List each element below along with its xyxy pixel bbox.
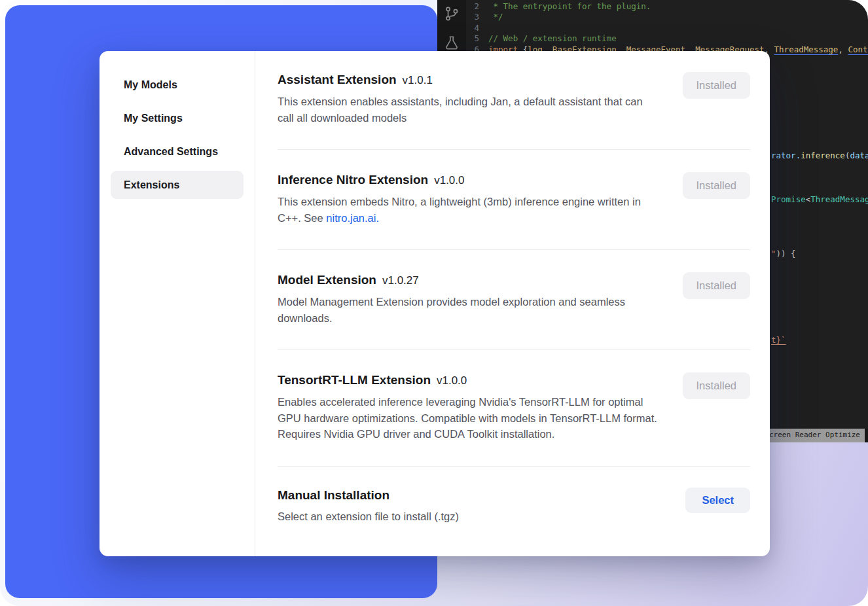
installed-button[interactable]: Installed	[683, 172, 750, 199]
line-number: 3	[466, 12, 488, 22]
extension-title: Assistant Extensionv1.0.1	[278, 72, 657, 88]
code-line: 4	[466, 23, 868, 33]
nitro-jan-ai-link[interactable]: nitro.jan.ai.	[326, 212, 379, 224]
beaker-icon[interactable]	[443, 34, 461, 52]
extension-row-model: Model Extensionv1.0.27 Model Management …	[278, 250, 750, 350]
sidebar-item-advanced-settings[interactable]: Advanced Settings	[111, 137, 244, 166]
extension-version: v1.0.1	[403, 74, 433, 86]
sidebar-item-my-settings[interactable]: My Settings	[111, 104, 244, 132]
extension-info: Inference Nitro Extensionv1.0.0 This ext…	[278, 172, 657, 226]
extension-info: TensortRT-LLM Extensionv1.0.0 Enables ac…	[278, 372, 657, 442]
extension-row-inference-nitro: Inference Nitro Extensionv1.0.0 This ext…	[278, 150, 750, 250]
extension-name: Manual Installation	[278, 488, 389, 502]
extension-name: Assistant Extension	[278, 73, 397, 86]
extension-info: Manual Installation Select an extension …	[278, 488, 459, 525]
sidebar-item-my-models[interactable]: My Models	[111, 71, 244, 99]
code-text: * The entrypoint for the plugin.	[488, 1, 651, 12]
code-fragment: Promise<ThreadMessage	[771, 194, 868, 205]
extension-description: Model Management Extension provides mode…	[278, 294, 657, 326]
extension-row-tensorrt-llm: TensortRT-LLM Extensionv1.0.0 Enables ac…	[278, 350, 750, 467]
code-text: // Web / extension runtime	[488, 33, 617, 44]
extension-title: TensortRT-LLM Extensionv1.0.0	[278, 372, 657, 388]
extension-title: Model Extensionv1.0.27	[278, 272, 657, 288]
source-control-icon[interactable]	[443, 5, 461, 23]
settings-sidebar: My Models My Settings Advanced Settings …	[99, 51, 255, 556]
extension-description: This extension enables assistants, inclu…	[278, 94, 657, 126]
code-token: // Web / extension runtime	[488, 33, 617, 43]
select-file-button[interactable]: Select	[685, 488, 750, 513]
extension-description: This extension embeds Nitro, a lightweig…	[278, 194, 657, 226]
extension-info: Model Extensionv1.0.27 Model Management …	[278, 272, 657, 326]
line-number: 2	[466, 1, 488, 12]
extension-version: v1.0.27	[382, 274, 419, 287]
code-token: ContentType	[848, 45, 868, 54]
extension-name: Model Extension	[278, 273, 376, 287]
extension-row-assistant: Assistant Extensionv1.0.1 This extension…	[278, 72, 750, 150]
code-token: * The entrypoint for the plugin.	[488, 1, 651, 11]
line-number: 5	[466, 33, 488, 44]
code-token: inference	[801, 151, 845, 160]
extensions-panel: Assistant Extensionv1.0.1 This extension…	[255, 51, 770, 556]
settings-modal: My Models My Settings Advanced Settings …	[99, 51, 770, 556]
code-token: ThreadMessage	[774, 45, 839, 54]
code-fragment: t}`	[771, 335, 786, 346]
screen-reader-badge[interactable]: Screen Reader Optimize	[760, 429, 865, 442]
code-token: rator.	[771, 151, 801, 160]
code-fragment: ")) {	[771, 249, 796, 259]
extension-title: Inference Nitro Extensionv1.0.0	[278, 172, 657, 188]
screenshot-canvas: 2 * The entrypoint for the plugin. 3 */ …	[0, 0, 868, 606]
sidebar-item-extensions[interactable]: Extensions	[111, 171, 244, 199]
extension-description: Enables accelerated inference leveraging…	[278, 394, 657, 442]
code-token: ThreadMessage	[810, 194, 868, 204]
code-text: */	[488, 12, 503, 22]
editor-code-area: 2 * The entrypoint for the plugin. 3 */ …	[466, 1, 868, 55]
extension-name: Inference Nitro Extension	[278, 173, 428, 187]
code-token: "	[771, 249, 776, 258]
code-line: 2 * The entrypoint for the plugin.	[466, 1, 868, 12]
installed-button[interactable]: Installed	[683, 372, 750, 399]
extension-version: v1.0.0	[434, 174, 464, 187]
installed-button[interactable]: Installed	[683, 72, 750, 99]
code-token: ,	[838, 45, 848, 54]
code-token: )) {	[776, 249, 796, 258]
installed-button[interactable]: Installed	[683, 272, 750, 299]
manual-installation-title: Manual Installation	[278, 488, 459, 503]
code-line: 3 */	[466, 12, 868, 22]
code-line: 5 // Web / extension runtime	[466, 33, 868, 44]
code-token: t}`	[771, 335, 786, 345]
code-token: Promise	[771, 194, 806, 204]
extension-name: TensortRT-LLM Extension	[278, 373, 431, 387]
extension-version: v1.0.0	[437, 374, 467, 387]
line-number: 4	[466, 23, 488, 33]
code-token: */	[488, 12, 503, 22]
manual-installation-row: Manual Installation Select an extension …	[278, 467, 750, 525]
extension-info: Assistant Extensionv1.0.1 This extension…	[278, 72, 657, 126]
code-fragment: rator.inference(data));	[771, 151, 868, 161]
manual-installation-description: Select an extension file to install (.tg…	[278, 508, 459, 525]
code-token: data	[850, 151, 868, 160]
